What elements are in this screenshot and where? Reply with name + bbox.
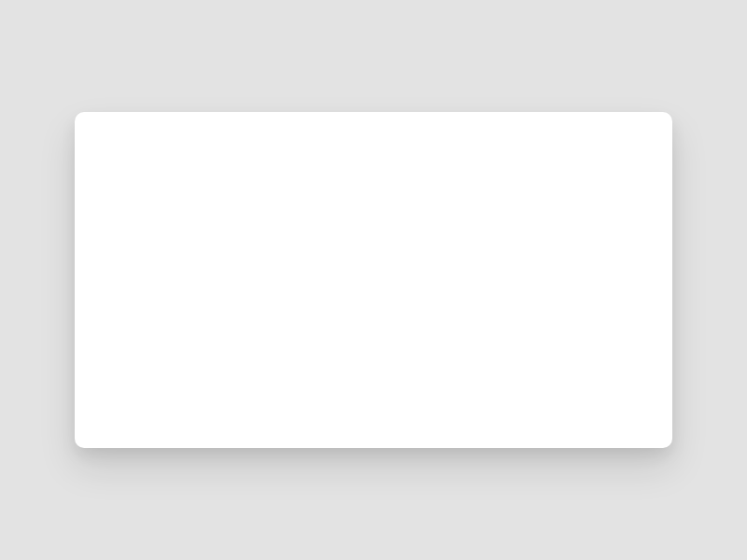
blank-card	[75, 112, 672, 448]
